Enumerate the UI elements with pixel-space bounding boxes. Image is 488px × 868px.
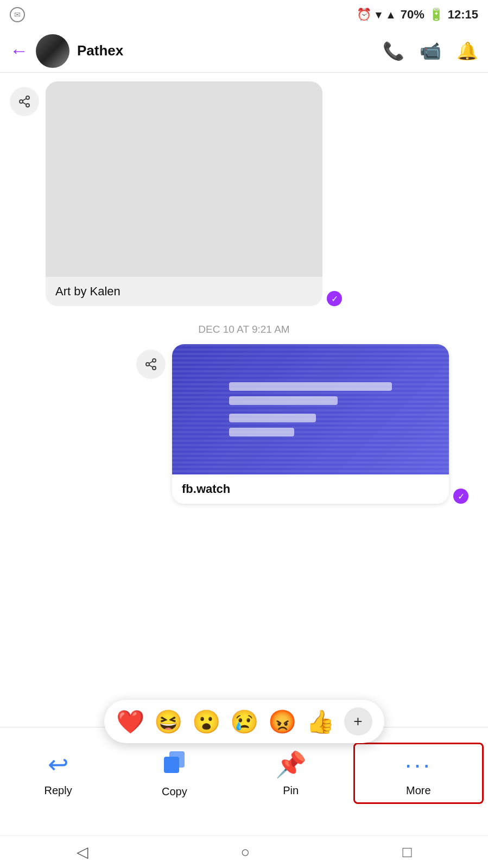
status-right: ⏰ ▾ ▲ 70% 🔋 12:15 — [357, 8, 478, 22]
received-bubble: Art by Kalen — [46, 81, 322, 306]
phone-button[interactable]: 📞 — [383, 41, 404, 61]
svg-point-1 — [20, 100, 23, 103]
svg-line-4 — [23, 99, 27, 101]
reaction-heart[interactable]: ❤️ — [116, 708, 144, 735]
svg-point-6 — [146, 363, 149, 366]
svg-point-5 — [153, 359, 156, 362]
time: 12:15 — [448, 8, 478, 22]
link-text-line-3 — [229, 414, 316, 422]
link-text-line-2 — [229, 396, 338, 405]
status-bar: ✉ ⏰ ▾ ▲ 70% 🔋 12:15 — [0, 0, 488, 29]
svg-rect-11 — [169, 751, 185, 768]
avatar — [36, 34, 69, 68]
battery-icon: 🔋 — [429, 8, 443, 22]
link-preview-image — [172, 344, 449, 474]
link-domain: fb.watch — [172, 474, 449, 504]
battery-label: 70% — [401, 8, 424, 22]
svg-line-9 — [149, 362, 153, 364]
sent-bubble-wrapper: fb.watch ✓ — [172, 344, 478, 504]
reaction-sad[interactable]: 😢 — [230, 708, 258, 735]
video-button[interactable]: 📹 — [420, 41, 441, 61]
bottom-nav: ◁ ○ □ — [0, 835, 488, 868]
more-button[interactable]: ··· More — [353, 743, 484, 804]
nav-recents-icon[interactable]: □ — [403, 844, 412, 861]
message-image — [46, 81, 322, 277]
alarm-icon: ⏰ — [357, 8, 371, 22]
reaction-wow[interactable]: 😮 — [192, 708, 220, 735]
svg-point-7 — [153, 366, 156, 370]
reply-icon: ↩ — [48, 750, 69, 779]
link-text-overlay — [219, 372, 402, 446]
more-icon: ··· — [405, 750, 432, 779]
svg-line-8 — [149, 365, 153, 368]
nav-bar: ← Pathex 📞 📹 🔔 — [0, 29, 488, 73]
chat-area: Art by Kalen ✓ DEC 10 AT 9:21 AM — [0, 73, 488, 819]
bell-button[interactable]: 🔔 — [457, 41, 478, 61]
reaction-pill: ❤️ 😆 😮 😢 😡 👍 + — [104, 700, 384, 743]
pin-icon: 📌 — [275, 750, 306, 779]
pin-label: Pin — [283, 784, 299, 797]
timestamp: DEC 10 AT 9:21 AM — [0, 315, 488, 344]
received-bubble-row: Art by Kalen ✓ — [46, 81, 478, 306]
received-bubble-wrapper: Art by Kalen ✓ — [46, 81, 478, 306]
svg-line-3 — [23, 103, 27, 105]
pin-button[interactable]: 📌 Pin — [233, 740, 349, 807]
nav-back-icon[interactable]: ◁ — [77, 843, 88, 861]
read-check: ✓ — [327, 291, 342, 306]
reaction-angry[interactable]: 😡 — [268, 708, 296, 735]
sent-bubble: fb.watch — [172, 344, 449, 504]
reaction-more-button[interactable]: + — [344, 707, 372, 736]
signal-icon: ▲ — [385, 9, 396, 21]
sent-message: fb.watch ✓ — [0, 344, 488, 512]
nav-icons: 📞 📹 🔔 — [383, 41, 478, 61]
reply-label: Reply — [45, 784, 72, 797]
received-message: Art by Kalen ✓ — [0, 73, 488, 315]
copy-label: Copy — [162, 785, 187, 798]
share-button-received[interactable] — [10, 87, 39, 116]
svg-point-0 — [26, 96, 29, 99]
reaction-bar: ❤️ 😆 😮 😢 😡 👍 + — [0, 700, 488, 743]
sent-bubble-row: fb.watch ✓ — [172, 344, 478, 504]
nav-home-icon[interactable]: ○ — [241, 844, 250, 861]
link-text-line-1 — [229, 382, 392, 391]
reply-button[interactable]: ↩ Reply — [0, 740, 116, 807]
reaction-thumbs-up[interactable]: 👍 — [306, 708, 334, 735]
copy-button[interactable]: Copy — [116, 739, 232, 808]
wifi-icon: ▾ — [376, 8, 381, 21]
svg-point-2 — [26, 104, 29, 107]
messenger-icon: ✉ — [10, 7, 25, 22]
status-left: ✉ — [10, 7, 25, 22]
more-label: More — [406, 784, 431, 797]
link-text-line-4 — [229, 428, 294, 436]
reaction-laugh[interactable]: 😆 — [154, 708, 182, 735]
read-check-sent: ✓ — [453, 489, 468, 504]
back-button[interactable]: ← — [10, 40, 28, 61]
copy-icon — [162, 749, 187, 780]
share-button-sent[interactable] — [136, 350, 166, 379]
message-caption: Art by Kalen — [46, 277, 322, 306]
contact-name: Pathex — [77, 42, 375, 59]
